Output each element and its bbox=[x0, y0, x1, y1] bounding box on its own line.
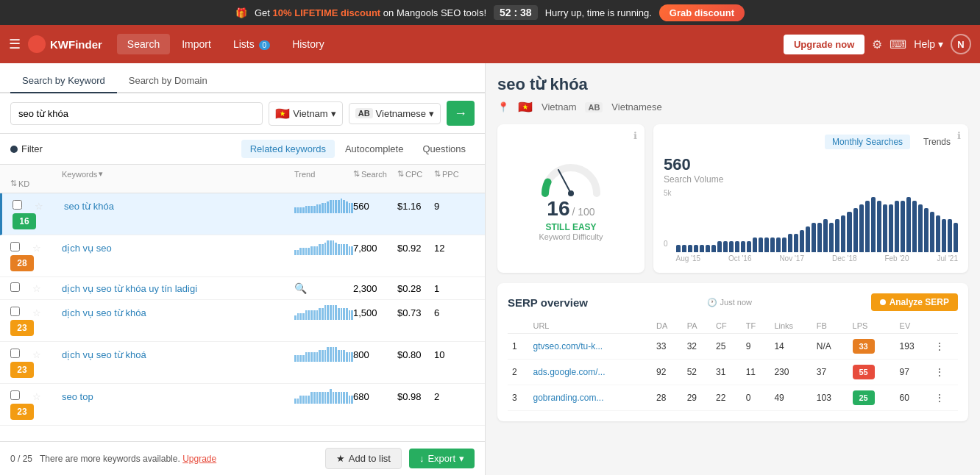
export-button[interactable]: ↓ Export ▾ bbox=[409, 449, 475, 468]
keyword-name[interactable]: dịch vụ seo từ khóa uy tín ladigi bbox=[62, 283, 294, 294]
keyword-name[interactable]: dịch vụ seo từ khoá bbox=[62, 349, 294, 360]
hurry-text: Hurry up, time is running. bbox=[545, 7, 652, 18]
keyword-name[interactable]: dịch vụ seo từ khóa bbox=[62, 307, 294, 318]
star-icon[interactable]: ☆ bbox=[32, 283, 47, 294]
serp-more-icon[interactable]: ⋮ bbox=[931, 334, 958, 360]
serp-links: 14 bbox=[770, 334, 812, 360]
search-volume: 560 bbox=[353, 201, 397, 212]
chart-bar bbox=[817, 223, 822, 252]
nav-import[interactable]: Import bbox=[171, 34, 221, 54]
analyze-serp-button[interactable]: Analyze SERP bbox=[871, 293, 958, 311]
country-chevron-icon: ▾ bbox=[331, 108, 336, 119]
table-row[interactable]: ☆ dịch vụ seo từ khoá 800 $0.80 10 23 bbox=[0, 342, 485, 384]
keyword-name[interactable]: seo từ khóa bbox=[64, 201, 294, 212]
serp-more-icon[interactable]: ⋮ bbox=[931, 385, 958, 411]
tab-search-by-domain[interactable]: Search by Domain bbox=[117, 69, 219, 93]
col-cpc[interactable]: ⇅ CPC bbox=[397, 169, 434, 179]
filter-button[interactable]: Filter bbox=[10, 143, 43, 154]
chart-bar bbox=[859, 204, 864, 252]
col-search[interactable]: ⇅ Search bbox=[353, 169, 397, 179]
col-ppc[interactable]: ⇅ PPC bbox=[434, 169, 475, 179]
keyword-input[interactable] bbox=[10, 102, 263, 125]
serp-url-link[interactable]: ads.google.com/... bbox=[533, 367, 636, 377]
settings-icon[interactable]: ⚙ bbox=[872, 38, 882, 51]
chart-bar bbox=[906, 197, 911, 252]
table-row[interactable]: ☆ seo top 680 $0.98 2 23 bbox=[0, 384, 485, 426]
tab-questions[interactable]: Questions bbox=[413, 140, 475, 158]
kd-info-icon[interactable]: ℹ bbox=[633, 130, 637, 141]
trend-cell bbox=[294, 389, 353, 404]
row-checkbox[interactable] bbox=[10, 390, 20, 400]
search-volume: 800 bbox=[353, 349, 397, 360]
row-checkbox[interactable] bbox=[10, 282, 20, 292]
serp-url-link[interactable]: gtvseo.com/tu-k... bbox=[533, 341, 636, 351]
col-keywords[interactable]: Keywords ▾ bbox=[62, 169, 294, 179]
keyword-name[interactable]: seo top bbox=[62, 391, 294, 402]
serp-url-link[interactable]: gobranding.com... bbox=[533, 393, 636, 403]
serp-more-icon[interactable]: ⋮ bbox=[931, 360, 958, 385]
col-ev: EV bbox=[895, 318, 931, 334]
col-url: URL bbox=[528, 318, 652, 334]
serp-fb: 103 bbox=[812, 385, 848, 411]
help-button[interactable]: Help ▾ bbox=[914, 38, 943, 50]
chart-bar bbox=[901, 201, 905, 252]
tab-monthly-searches[interactable]: Monthly Searches bbox=[825, 135, 910, 149]
tab-related-keywords[interactable]: Related keywords bbox=[241, 140, 335, 158]
kd-difficulty-label: STILL EASY bbox=[545, 222, 596, 232]
chart-bar bbox=[706, 245, 710, 252]
serp-title: SERP overview bbox=[508, 296, 588, 309]
row-checkbox[interactable] bbox=[10, 242, 20, 251]
search-go-button[interactable]: → bbox=[447, 101, 475, 126]
tab-trends[interactable]: Trends bbox=[916, 135, 958, 149]
serp-da: 33 bbox=[652, 334, 683, 360]
cards-row: ℹ 16 / 100 STILL EASY Keyword Di bbox=[497, 124, 968, 273]
table-row[interactable]: ☆ dịch vụ seo từ khóa uy tín ladigi 🔍 2,… bbox=[0, 277, 485, 300]
language-selector[interactable]: AB Vietnamese ▾ bbox=[349, 103, 441, 124]
kd-cell: 23 bbox=[10, 320, 32, 336]
upgrade-link[interactable]: Upgrade bbox=[182, 454, 216, 464]
tab-search-by-keyword[interactable]: Search by Keyword bbox=[10, 69, 117, 93]
nav-history[interactable]: History bbox=[282, 34, 335, 54]
serp-header: SERP overview 🕐 Just now Analyze SERP bbox=[508, 293, 958, 311]
hamburger-icon[interactable]: ☰ bbox=[9, 36, 21, 52]
nav-search[interactable]: Search bbox=[117, 34, 170, 54]
country-flag: 🇻🇳 bbox=[275, 107, 290, 121]
serp-table: URL DA PA CF TF Links FB LPS EV 1 gtvseo… bbox=[508, 318, 958, 411]
kd-badge: 23 bbox=[10, 404, 34, 420]
table-row[interactable]: ☆ dịch vụ seo từ khóa 1,500 $0.73 6 23 bbox=[0, 300, 485, 342]
navbar: ☰ KWFinder Search Import Lists 0 History… bbox=[0, 25, 980, 63]
col-da: DA bbox=[652, 318, 683, 334]
row-checkbox[interactable] bbox=[10, 307, 20, 316]
user-avatar[interactable]: N bbox=[951, 34, 971, 54]
table-row[interactable]: ☆ dịch vụ seo 7,800 $0.92 12 28 bbox=[0, 235, 485, 277]
star-icon[interactable]: ☆ bbox=[32, 307, 47, 318]
star-icon[interactable]: ☆ bbox=[35, 201, 49, 212]
upgrade-button[interactable]: Upgrade now bbox=[784, 35, 864, 54]
row-checkbox[interactable] bbox=[13, 200, 22, 210]
kd-badge: 23 bbox=[10, 320, 34, 336]
table-row[interactable]: ☆ seo từ khóa 560 $1.16 9 16 bbox=[0, 193, 485, 235]
serp-fb: 37 bbox=[812, 360, 848, 385]
serp-timestamp: 🕐 Just now bbox=[707, 298, 752, 307]
serp-cf: 22 bbox=[711, 385, 742, 411]
add-to-list-button[interactable]: ★ Add to list bbox=[325, 448, 402, 469]
chart-card: ℹ Monthly Searches Trends 560 Search Vol… bbox=[653, 124, 968, 273]
keyboard-icon[interactable]: ⌨ bbox=[890, 38, 906, 51]
star-icon[interactable]: ☆ bbox=[32, 391, 47, 402]
keyword-name[interactable]: dịch vụ seo bbox=[62, 243, 294, 254]
star-icon[interactable]: ☆ bbox=[32, 349, 47, 360]
country-selector[interactable]: 🇻🇳 Vietnam ▾ bbox=[269, 101, 342, 126]
kd-total: / 100 bbox=[572, 206, 595, 218]
tab-autocomplete[interactable]: Autocomplete bbox=[336, 140, 413, 158]
x-axis-label: Jul '21 bbox=[937, 254, 958, 262]
search-volume: 680 bbox=[353, 391, 397, 402]
search-volume: 1,500 bbox=[353, 307, 397, 318]
nav-lists[interactable]: Lists 0 bbox=[223, 34, 280, 54]
col-trend[interactable]: Trend bbox=[294, 169, 353, 179]
col-kd[interactable]: ⇅ KD bbox=[10, 179, 32, 188]
grab-discount-button[interactable]: Grab discount bbox=[659, 4, 745, 21]
right-panel: seo từ khóa 📍 🇻🇳 Vietnam AB Vietnamese ℹ bbox=[486, 63, 980, 475]
star-icon[interactable]: ☆ bbox=[32, 243, 47, 254]
chart-info-icon[interactable]: ℹ bbox=[957, 130, 961, 141]
row-checkbox[interactable] bbox=[10, 349, 20, 358]
